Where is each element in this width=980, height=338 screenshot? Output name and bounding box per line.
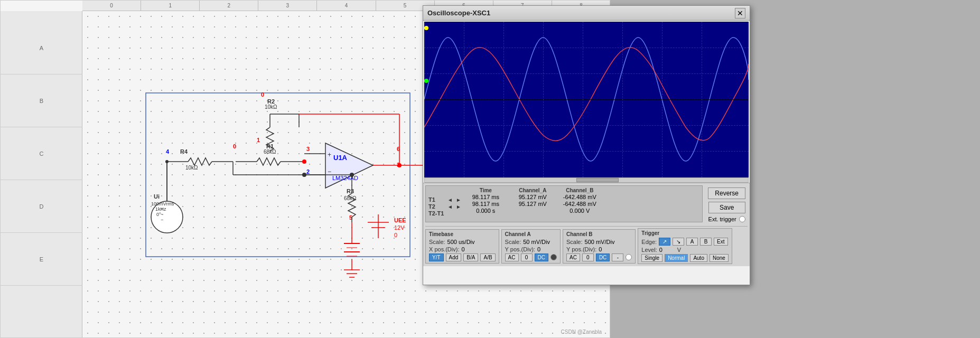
chb-ypos-label: Y pos.(Div): [566, 246, 596, 252]
trigger-level: Level: 0 V [641, 247, 729, 253]
ch-a-marker [424, 26, 428, 30]
svg-text:3: 3 [306, 146, 310, 152]
t2t1-row: T2-T1 [428, 210, 461, 217]
trigger-ext-button[interactable]: Ext [714, 238, 727, 246]
timebase-section: Timebase Scale: 500 us/Div X pos.(Div): … [425, 229, 499, 264]
timebase-xpos: X pos.(Div): 0 [429, 246, 496, 252]
t2t1-label: T2-T1 [428, 210, 444, 217]
svg-text:Ui: Ui [154, 193, 160, 200]
cha-scale-label: Scale: [505, 239, 521, 245]
right-buttons: Reverse Save Ext. trigger [706, 185, 748, 224]
add-button[interactable]: Add [446, 253, 462, 261]
none-button[interactable]: None [710, 254, 729, 262]
ruler-row-c: C [1, 127, 82, 180]
t1-right-arrow[interactable]: ► [456, 197, 461, 203]
trigger-a-button[interactable]: A [686, 238, 698, 246]
t2-cha: 95.127 mV [510, 201, 555, 207]
auto-button[interactable]: Auto [690, 254, 707, 262]
cha-title: Channel A [505, 231, 557, 237]
chb-dc-button[interactable]: DC [596, 253, 610, 261]
chb-scale-value: 500 mV/Div [585, 239, 615, 245]
chb-minus-button[interactable]: - [612, 253, 623, 261]
time-header: Time [463, 187, 508, 193]
svg-point-86 [302, 173, 306, 177]
svg-text:UEE: UEE [394, 217, 406, 223]
chb-0-button[interactable]: 0 [582, 253, 594, 261]
save-button[interactable]: Save [708, 202, 745, 213]
xpos-value: 0 [461, 246, 477, 252]
svg-text:−: − [328, 168, 331, 175]
center-line [424, 99, 749, 100]
edge-falling-button[interactable]: ↘ [673, 238, 684, 246]
cha-dc-button[interactable]: DC [535, 253, 548, 261]
grid-line-v4 [583, 22, 583, 177]
osc-controls: T1 ◄ ► T2 ◄ ► T2-T1 Time 9 [423, 183, 750, 266]
cha-0-button[interactable]: 0 [521, 253, 533, 261]
cha-ypos-label: Y pos.(Div): [505, 246, 535, 252]
reverse-button[interactable]: Reverse [708, 187, 745, 199]
grid-line-v1 [464, 22, 464, 177]
grid-line-h1 [424, 48, 749, 48]
t2-time: 98.117 ms [463, 201, 508, 207]
trigger-title: Trigger [641, 230, 729, 236]
svg-text:0°: 0° [156, 212, 161, 217]
ba-button[interactable]: B/A [463, 253, 478, 261]
svg-point-87 [350, 173, 354, 177]
grid-line-h5 [424, 151, 749, 152]
timebase-title: Timebase [429, 231, 496, 237]
t1-left-arrow[interactable]: ◄ [447, 197, 453, 203]
grid-line-v2 [503, 22, 504, 177]
single-button[interactable]: Single [641, 254, 662, 262]
t2-left-arrow[interactable]: ◄ [447, 204, 453, 210]
ruler-tick: 1 [141, 1, 200, 11]
svg-text:R4: R4 [180, 148, 188, 155]
trigger-mode-btns: Single Normal Auto None [641, 254, 729, 262]
chb-ypos: Y pos.(Div): 0 [566, 246, 632, 252]
xpos-label: X pos.(Div): [429, 246, 459, 252]
trigger-edge: Edge: ↗ ↘ A B Ext [641, 238, 729, 246]
meas-chb: Channel_B -642.488 mV -642.488 mV 0.000 … [557, 187, 602, 220]
diff-chb: 0.000 V [557, 208, 602, 214]
ruler-tick: 0 [82, 1, 141, 11]
ext-trigger-row: Ext. trigger [708, 216, 745, 222]
osc-scrollbar[interactable] [424, 177, 749, 183]
ext-trigger-radio[interactable] [739, 216, 745, 222]
t2-right-arrow[interactable]: ► [456, 204, 461, 210]
ruler-tick: 2 [200, 1, 258, 11]
ctrl-row: Timebase Scale: 500 us/Div X pos.(Div): … [425, 226, 748, 264]
chb-ac-button[interactable]: AC [566, 253, 580, 261]
cha-ypos-value: 0 [537, 246, 553, 252]
channel-b-section: Channel B Scale: 500 mV/Div Y pos.(Div):… [563, 229, 636, 264]
osc-scrollbar-thumb[interactable] [576, 178, 619, 182]
chb-header: Channel_B [557, 187, 602, 193]
svg-text:10kΩ: 10kΩ [185, 165, 198, 171]
meas-cha: Channel_A 95.127 mV 95.127 mV [510, 187, 555, 220]
cha-header: Channel_A [510, 187, 555, 193]
edge-rising-button[interactable]: ↗ [659, 238, 670, 246]
svg-text:4: 4 [166, 148, 170, 155]
trigger-b-button[interactable]: B [700, 238, 712, 246]
ch-b-marker [424, 79, 428, 83]
ab-button[interactable]: A/B [480, 253, 495, 261]
yt-button[interactable]: Y/T [429, 253, 444, 261]
osc-titlebar[interactable]: Oscilloscope-XSC1 ✕ [423, 6, 750, 21]
chb-inv-radio[interactable] [626, 254, 632, 260]
grid-line-v6 [662, 22, 662, 177]
svg-text:68kΩ: 68kΩ [264, 149, 276, 155]
ext-trigger-label: Ext. trigger [708, 216, 736, 222]
osc-display [424, 22, 749, 177]
trigger-section: Trigger Edge: ↗ ↘ A B Ext Level: 0 V Sin… [638, 228, 732, 264]
watermark: CSDN @Zanebla [561, 329, 602, 335]
svg-text:0: 0 [261, 91, 264, 98]
cha-scale-value: 50 mV/Div [523, 239, 550, 245]
cha-ac-button[interactable]: AC [505, 253, 519, 261]
cha-inv-radio[interactable] [550, 254, 557, 260]
t1-label: T1 [428, 196, 444, 203]
t2-row: T2 ◄ ► [428, 203, 461, 210]
close-button[interactable]: ✕ [735, 8, 745, 18]
timebase-btns: Y/T Add B/A A/B [429, 253, 496, 261]
normal-button[interactable]: Normal [665, 254, 688, 262]
level-value: 0 [659, 247, 675, 253]
level-unit: V [677, 247, 681, 253]
svg-text:0: 0 [394, 232, 397, 238]
